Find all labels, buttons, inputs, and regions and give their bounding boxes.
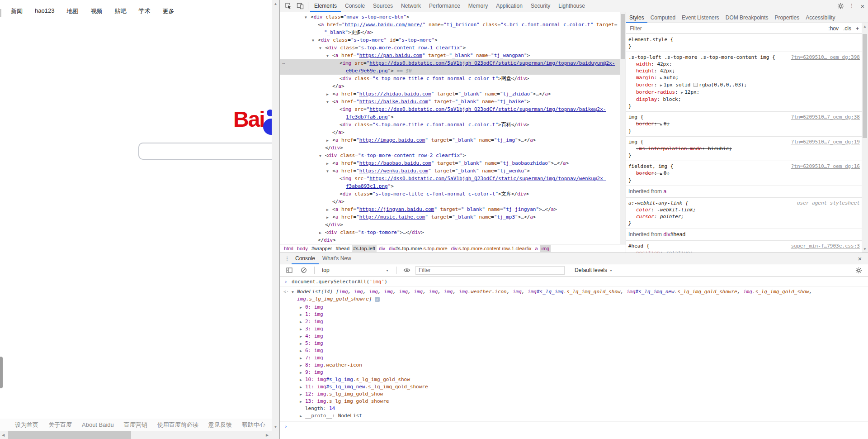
tree-node[interactable]: ▼<a href="https://pan.baidu.com" target=… — [280, 52, 620, 59]
breadcrumb-item[interactable]: div — [377, 245, 387, 252]
color-swatch[interactable] — [693, 83, 698, 87]
tree-node[interactable]: </a> — [280, 198, 620, 205]
scroll-left-icon[interactable]: ◀ — [2, 433, 5, 437]
expand-icon[interactable]: ▶ — [319, 229, 325, 237]
left-edge-handle[interactable] — [0, 357, 3, 388]
style-rule-selector[interactable]: ?tn=6209510…7_oem_dg:19img { — [628, 138, 860, 145]
tree-node[interactable]: ▶<a href="http://music.taihe.com" target… — [280, 213, 620, 221]
devtools-tab-console[interactable]: Console — [341, 0, 369, 12]
devtools-tab-application[interactable]: Application — [492, 0, 527, 12]
expand-icon[interactable]: ▶ — [300, 304, 302, 311]
expand-icon[interactable]: ▶ — [300, 319, 302, 326]
css-property[interactable]: margin: ▶auto; — [628, 74, 860, 81]
collapse-icon[interactable]: ▼ — [292, 289, 294, 296]
console-prompt[interactable]: › — [280, 422, 868, 424]
console-nodelist-item[interactable]: ▶8: img.weather-icon — [280, 362, 868, 369]
expand-shorthand-icon[interactable]: ▶ — [681, 91, 683, 95]
expand-icon[interactable]: ▶ — [300, 398, 302, 406]
css-property[interactable]: -ms-interpolation-mode: bicubic; — [628, 145, 860, 152]
breadcrumb-item[interactable]: #head — [335, 245, 351, 252]
close-drawer-icon[interactable]: × — [854, 253, 865, 264]
styles-tab-accessibility[interactable]: Accessibility — [802, 12, 838, 23]
console-filter-input[interactable] — [415, 266, 565, 275]
nav-link[interactable]: hao123 — [35, 7, 54, 15]
styles-tab-event-listeners[interactable]: Event Listeners — [679, 12, 722, 23]
tree-node[interactable]: <img src="https://dss0.bdstatic.com/5aV1… — [280, 175, 620, 182]
console-nodelist-item[interactable]: ▶12: img.s_lg_img_gold_show — [280, 391, 868, 398]
css-property[interactable]: border-radius: ▶12px; — [628, 89, 860, 96]
footer-link[interactable]: 设为首页 — [15, 421, 38, 429]
more-options-icon[interactable]: ⋮ — [846, 0, 857, 12]
drawer-menu-icon[interactable]: ⋮ — [283, 255, 292, 262]
expand-icon[interactable]: ▶ — [326, 91, 332, 98]
elements-scroll-thumb[interactable] — [621, 14, 625, 59]
tree-node[interactable]: </div> — [280, 144, 620, 152]
footer-link[interactable]: 帮助中心 — [242, 421, 265, 429]
devtools-tab-network[interactable]: Network — [397, 0, 425, 12]
expand-shorthand-icon[interactable]: ▶ — [660, 122, 662, 126]
console-nodelist-item[interactable]: ▶11: img#s_lg_img_new.s_lg_img_gold_show… — [280, 383, 868, 391]
styles-tab-styles[interactable]: Styles — [626, 12, 647, 23]
tree-node[interactable]: f3aba893c1.png"> — [280, 182, 620, 190]
collapse-icon[interactable]: ▼ — [319, 44, 325, 52]
tree-node[interactable]: <img src="https://dss0.bdstatic.com/5aV1… — [280, 105, 620, 113]
tree-node[interactable]: ▼<div class="s-top-more-content row-1 cl… — [280, 44, 620, 52]
styles-scrollbar[interactable]: ▲ ▼ — [862, 23, 868, 253]
css-property[interactable]: height: 42px; — [628, 67, 860, 74]
expand-icon[interactable]: ▶ — [300, 340, 302, 348]
expand-icon[interactable]: ▶ — [300, 348, 302, 355]
breadcrumb-item[interactable]: div#s-top-more.s-top-more — [387, 245, 449, 252]
console-proto-row[interactable]: ▶__proto__: NodeList — [280, 412, 868, 420]
tree-node[interactable]: ▶<div class="s-top-tomore">…</div> — [280, 229, 620, 236]
console-nodelist-item[interactable]: ▶7: img — [280, 354, 868, 362]
nav-link[interactable]: 贴吧 — [114, 7, 126, 15]
node-menu-icon[interactable]: ⋯ — [282, 59, 285, 67]
expand-icon[interactable]: ▶ — [300, 355, 302, 362]
clear-console-icon[interactable] — [298, 264, 310, 276]
breadcrumb-item[interactable]: #s-top-left — [352, 245, 377, 252]
breadcrumb-item[interactable]: a — [533, 245, 539, 252]
console-nodelist-item[interactable]: ▶3: img — [280, 325, 868, 333]
collapse-icon[interactable]: ▼ — [326, 167, 332, 175]
scroll-up-icon[interactable]: ▲ — [862, 24, 868, 29]
expand-icon[interactable]: ▶ — [300, 413, 302, 420]
style-rule-selector[interactable]: user agent stylesheeta:-webkit-any-link … — [628, 200, 860, 206]
tree-node[interactable]: ▼<div class="mnav s-top-more-btn"> — [280, 13, 620, 21]
nav-link[interactable]: 更多 — [162, 7, 174, 15]
collapse-icon[interactable]: ▼ — [305, 14, 311, 21]
tree-node[interactable]: ⋯<img src="https://dss0.bdstatic.com/5aV… — [280, 59, 620, 67]
nav-link[interactable]: 学术 — [138, 7, 150, 15]
tree-node[interactable]: ▶<a href="https://jingyan.baidu.com" tar… — [280, 205, 620, 213]
styles-scroll-thumb[interactable] — [863, 34, 867, 138]
tab-console[interactable]: Console — [292, 253, 319, 264]
expand-icon[interactable]: ▶ — [300, 391, 302, 398]
page-vertical-scrollbar[interactable]: ▲ ▼ — [272, 0, 279, 431]
tree-node[interactable]: e0be79e69e.png"> == $0 — [280, 67, 620, 75]
footer-link[interactable]: 意见反馈 — [208, 421, 232, 429]
expand-icon[interactable]: ▶ — [300, 377, 302, 384]
breadcrumb-item[interactable]: img — [540, 245, 551, 252]
tree-node[interactable]: ▼<div class="s-top-more" id="s-top-more"… — [280, 36, 620, 44]
css-property[interactable]: display: block; — [628, 96, 860, 103]
settings-gear-icon[interactable] — [835, 0, 846, 12]
collapse-icon[interactable]: ▼ — [326, 98, 332, 106]
style-rule-selector[interactable]: super_min-f…7903e.css:3#head { — [628, 243, 860, 249]
collapse-icon[interactable]: ▼ — [312, 37, 318, 44]
styles-tab-dom-breakpoints[interactable]: DOM Breakpoints — [722, 12, 772, 23]
console-nodelist-item[interactable]: ▶10: img#s_lg_img.s_lg_img_gold_show — [280, 376, 868, 383]
styles-tab-computed[interactable]: Computed — [647, 12, 679, 23]
breadcrumb-item[interactable]: #wrapper — [310, 245, 334, 252]
css-property[interactable]: border: ▶0; — [628, 120, 860, 128]
tree-node[interactable]: "_blank">更多</a> — [280, 29, 620, 36]
tree-node[interactable]: <div class="s-top-more-title c-font-norm… — [280, 75, 620, 82]
style-source-link[interactable]: user agent stylesheet — [797, 200, 860, 206]
styles-filter-input[interactable] — [629, 25, 824, 32]
devtools-tab-sources[interactable]: Sources — [369, 0, 397, 12]
console-sidebar-icon[interactable] — [283, 264, 295, 276]
device-toolbar-icon[interactable] — [294, 0, 306, 12]
console-nodelist-item[interactable]: ▶13: img.s_lg_img_gold_showre — [280, 398, 868, 405]
nav-link[interactable]: 新闻 — [11, 7, 23, 15]
style-source-link[interactable]: ?tn=6209510…7_oem_dg:19 — [791, 138, 860, 145]
tree-node[interactable]: ▶<a href="http://image.baidu.com" target… — [280, 136, 620, 144]
devtools-tab-lighthouse[interactable]: Lighthouse — [554, 0, 589, 12]
